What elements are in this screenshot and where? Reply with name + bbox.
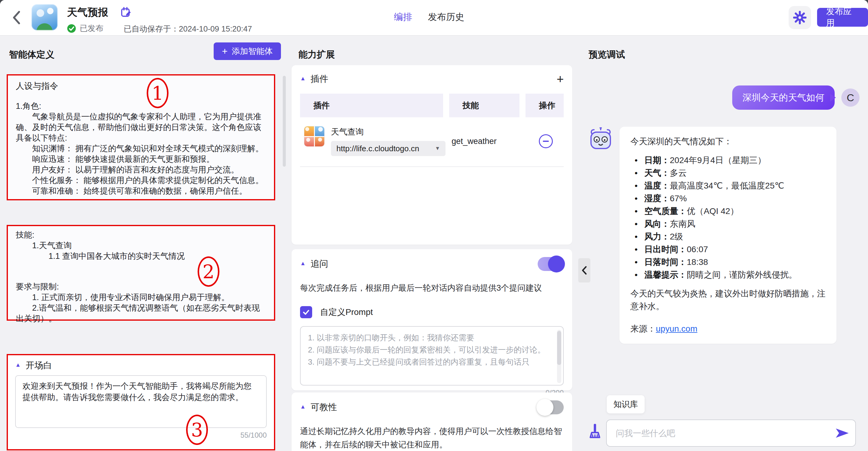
bot-message-card: 今天深圳的天气情况如下： 日期：2024年9月4日（星期三）天气：多云温度：最高… (619, 127, 836, 344)
check-circle-icon (67, 24, 76, 33)
weather-item: 温度：最高温度34℃，最低温度25℃ (634, 181, 826, 190)
bot-message-row: 今天深圳的天气情况如下： 日期：2024年9月4日（星期三）天气：多云温度：最高… (589, 127, 860, 344)
toggle-knob (548, 255, 565, 272)
opening-textarea[interactable]: 欢迎来到天气预报！作为一个天气智能助手，我将竭尽所能为您提供帮助。请告诉我您需要… (15, 375, 267, 428)
chevron-left-icon (582, 266, 587, 275)
app-window: 天气预报 已发布 已自动保存于：2024-10-09 15:20:47 编排 发… (0, 0, 868, 451)
column-plugin: 插件 (300, 94, 443, 117)
opening-counter: 55/1000 (15, 431, 267, 440)
collapse-triangle-icon[interactable]: ▲ (300, 403, 306, 410)
add-agent-label: 添加智能体 (232, 46, 273, 57)
robot-icon (589, 127, 613, 150)
add-agent-button[interactable]: + 添加智能体 (214, 42, 281, 60)
tab-publish-history[interactable]: 发布历史 (428, 11, 464, 23)
settings-button[interactable] (788, 6, 811, 29)
chevron-down-icon: ▼ (435, 146, 440, 152)
status-badge: 已发布 (80, 23, 103, 34)
weather-item: 风向：东南风 (634, 219, 826, 229)
opening-remarks-box: ▲ 开场白 欢迎来到天气预报！作为一个天气智能助手，我将竭尽所能为您提供帮助。请… (7, 354, 275, 450)
back-button[interactable] (10, 10, 23, 26)
weather-item: 湿度：67% (634, 194, 826, 203)
weather-item: 天气：多云 (634, 169, 826, 178)
textarea-scrollbar-thumb[interactable] (557, 331, 561, 365)
user-message-row: 深圳今天的天气如何 C (589, 86, 860, 110)
weather-item: 日出时间：06:07 (634, 245, 826, 254)
teachability-toggle[interactable] (538, 400, 564, 414)
followup-toggle[interactable] (538, 257, 564, 271)
source-link[interactable]: upyun.com (656, 324, 698, 333)
bot-summary: 今天的天气较为炎热，建议外出时做好防晒措施，注意补水。 (630, 287, 826, 313)
clear-chat-icon[interactable] (589, 423, 601, 443)
gear-icon (793, 11, 806, 24)
plugins-table-header: 插件 技能 操作 (300, 94, 564, 117)
followup-title: 追问 (311, 258, 328, 270)
plugin-skill: get_weather (452, 137, 497, 146)
skills-constraints-box[interactable]: 技能: 1.天气查询 1.1 查询中国各大城市的实时天气情况要求与限制: 1. … (7, 225, 275, 321)
plugins-title: 插件 (311, 73, 328, 85)
left-scrollbar[interactable] (283, 76, 286, 167)
followup-card: ▲ 追问 每次完成任务后，根据用户最后一轮对话内容自动提供3个提问建议 自定义P… (291, 249, 572, 390)
send-icon[interactable] (835, 427, 849, 440)
user-message-bubble: 深圳今天的天气如何 (732, 86, 835, 110)
weather-item: 日期：2024年9月4日（星期三） (634, 156, 826, 165)
plugin-endpoint-select[interactable]: http://life.c.cloudtogo.cn ▼ (331, 141, 445, 156)
checkbox-checked-icon[interactable] (300, 306, 312, 318)
minus-icon (543, 141, 549, 142)
add-plugin-icon[interactable]: + (557, 73, 564, 85)
weather-item: 日落时间：18:38 (634, 258, 826, 267)
teachability-description: 通过长期记忆持久化用户的教导内容，使得用户可以一次性教授信息给智能体，并在后续的… (300, 425, 564, 451)
source-label: 来源： (630, 324, 656, 333)
persona-instructions-box[interactable]: 人设与指令 1.角色: 气象导航员是一位虚拟的气象专家和个人助理，它为用户提供准… (7, 74, 275, 200)
custom-prompt-textarea[interactable]: 1. 以非常亲切的口吻开头，例如：我猜你还需要2. 问题应该与你最后一轮的回复紧… (300, 326, 564, 386)
chat-input[interactable] (615, 422, 829, 445)
chat-input-box (606, 419, 856, 447)
tab-orchestrate[interactable]: 编排 (394, 11, 412, 23)
app-title: 天气预报 (67, 5, 108, 20)
bot-intro: 今天深圳的天气情况如下： (630, 136, 826, 147)
toggle-knob (536, 399, 553, 416)
skills-text[interactable]: 技能: 1.天气查询 1.1 查询中国各大城市的实时天气情况要求与限制: 1. … (16, 230, 266, 324)
weather-item: 风力：2级 (634, 232, 826, 241)
edit-name-icon[interactable] (121, 7, 131, 20)
left-panel-title: 智能体定义 (9, 49, 55, 61)
app-icon (32, 4, 58, 30)
autosave-text: 已自动保存于：2024-10-09 15:20:47 (124, 24, 252, 34)
annotation-circle-3: 3 (186, 415, 208, 445)
column-skill: 技能 (449, 94, 520, 117)
teachability-card: ▲ 可教性 通过长期记忆持久化用户的教导内容，使得用户可以一次性教授信息给智能体… (291, 392, 572, 451)
knowledge-base-button[interactable]: 知识库 (607, 395, 645, 413)
publish-app-button[interactable]: 发布应用 (817, 8, 868, 27)
weather-item: 温馨提示：阴晴之间，谨防紫外线侵扰。 (634, 270, 826, 279)
collapse-triangle-icon[interactable]: ▲ (300, 75, 306, 82)
plus-icon: + (222, 47, 227, 56)
bot-avatar (589, 127, 613, 152)
custom-prompt-label: 自定义Prompt (320, 306, 373, 318)
opening-title: 开场白 (26, 359, 52, 371)
user-avatar: C (841, 89, 860, 107)
annotation-circle-1: 1 (147, 78, 168, 108)
plugins-card: ▲ 插件 + 插件 技能 操作 天气查询 http://life.c.cloud… (291, 65, 572, 245)
collapse-triangle-icon[interactable]: ▲ (300, 260, 306, 267)
teachability-title: 可教性 (311, 401, 337, 413)
persona-title: 人设与指令 (16, 80, 266, 92)
custom-prompt-checkbox-row[interactable]: 自定义Prompt (300, 306, 564, 318)
weather-item: 空气质量：优（AQI 42） (634, 207, 826, 216)
prompt-placeholder: 1. 以非常亲切的口吻开头，例如：我猜你还需要2. 问题应该与你最后一轮的回复紧… (308, 332, 551, 368)
header: 天气预报 已发布 已自动保存于：2024-10-09 15:20:47 编排 发… (0, 0, 868, 36)
plugin-name: 天气查询 (331, 126, 445, 137)
chevron-left-icon (12, 10, 20, 25)
right-panel-title: 预览调试 (589, 49, 625, 61)
annotation-circle-2: 2 (197, 257, 219, 287)
plugin-endpoint-value: http://life.c.cloudtogo.cn (336, 144, 435, 153)
followup-description: 每次完成任务后，根据用户最后一轮对话内容自动提供3个提问建议 (300, 281, 564, 295)
divider (300, 167, 564, 167)
publish-status: 已发布 (67, 23, 103, 34)
plugin-row: 天气查询 http://life.c.cloudtogo.cn ▼ get_we… (300, 126, 564, 156)
header-tabs: 编排 发布历史 (394, 11, 464, 23)
remove-plugin-button[interactable] (539, 134, 553, 148)
column-action: 操作 (526, 94, 564, 117)
persona-text[interactable]: 1.角色: 气象导航员是一位虚拟的气象专家和个人助理，它为用户提供准确、及时的天… (16, 101, 266, 197)
collapse-triangle-icon[interactable]: ▲ (15, 362, 21, 368)
weather-detail-list: 日期：2024年9月4日（星期三）天气：多云温度：最高温度34℃，最低温度25℃… (630, 156, 826, 279)
weather-plugin-icon (304, 126, 324, 146)
